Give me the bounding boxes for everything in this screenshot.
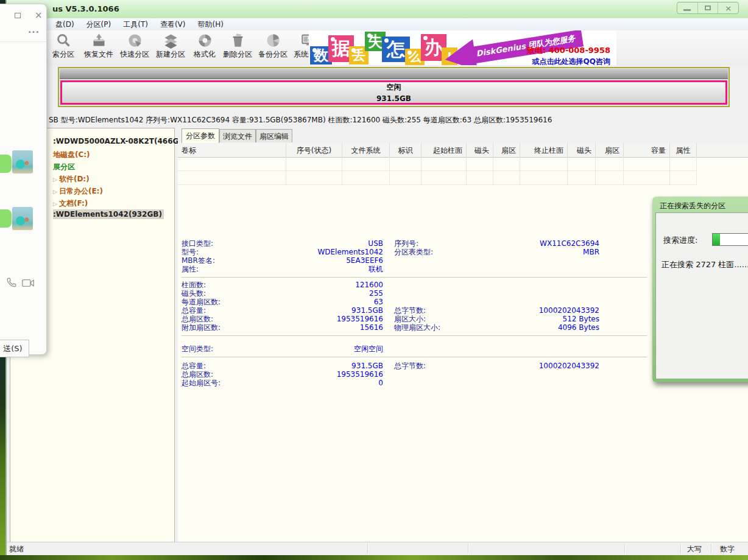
photo-avatar[interactable] xyxy=(12,150,33,173)
minimize-button[interactable] xyxy=(677,2,698,13)
desktop: us V5.3.0.1066 × 盘(D) 分区(P) 工具(T) 查看(V) … xyxy=(0,0,748,560)
table-row[interactable] xyxy=(178,171,748,185)
desktop-wallpaper-strip xyxy=(0,555,748,560)
phone-icon[interactable] xyxy=(6,277,17,288)
send-button[interactable]: 送(S) xyxy=(0,340,29,357)
col-sector1[interactable]: 扇区 xyxy=(493,143,520,157)
disk-frame: 空闲 931.5GB xyxy=(58,67,730,107)
photo-avatar[interactable] xyxy=(12,207,33,230)
tab-partition-params[interactable]: 分区参数 xyxy=(182,128,219,143)
ad-phone-number: 致电: 400-008-9958 xyxy=(527,45,610,56)
info-separator xyxy=(182,277,647,278)
caption-buttons: × xyxy=(677,2,739,14)
ad-qq-link[interactable]: 或点击此处选择QQ咨询 xyxy=(527,57,610,65)
col-id[interactable]: 标识 xyxy=(390,143,422,157)
table-header: 卷标 序号(状态) 文件系统 标识 起始柱面 磁头 扇区 终止柱面 磁头 扇区 … xyxy=(178,143,748,158)
col-capacity[interactable]: 容量 xyxy=(624,143,670,157)
progress-bar xyxy=(712,233,748,246)
desktop-wallpaper-strip xyxy=(0,355,5,555)
free-size: 931.5GB xyxy=(376,94,411,103)
tab-strip: 分区参数 浏览文件 扇区编辑 xyxy=(178,128,748,144)
partition-bar-panel: 空闲 931.5GB xyxy=(7,65,748,112)
ad-banner[interactable]: 数 据 丢 失 怎 么 办 ! DiskGenius 团队为您服务 致电: 40… xyxy=(309,30,616,65)
delete-partition-button[interactable]: 删除分区 xyxy=(220,32,255,64)
table-row[interactable] xyxy=(178,157,748,171)
maximize-button[interactable] xyxy=(698,2,719,13)
tree-expand-icon[interactable]: ▷ xyxy=(53,177,57,183)
search-icon xyxy=(55,32,72,49)
video-call-icon[interactable] xyxy=(22,278,34,288)
free-label: 空闲 xyxy=(387,82,401,93)
col-attribute[interactable]: 属性 xyxy=(670,143,697,157)
close-icon[interactable]: × xyxy=(35,10,43,21)
close-icon: × xyxy=(725,4,732,12)
trash-icon xyxy=(230,32,246,49)
status-ready: 就绪 xyxy=(9,544,24,555)
dialog-title[interactable]: 正在搜索丢失的分区 xyxy=(660,201,725,211)
info-separator xyxy=(182,335,647,336)
col-sector2[interactable]: 扇区 xyxy=(596,143,624,157)
status-numlock: 数字 xyxy=(720,544,735,555)
menu-disk[interactable]: 盘(D) xyxy=(49,18,80,31)
tab-browse-files[interactable]: 浏览文件 xyxy=(219,129,256,142)
disc-icon xyxy=(127,32,143,49)
quick-partition-button[interactable]: 快速分区 xyxy=(117,32,152,64)
menu-tools[interactable]: 工具(T) xyxy=(117,18,154,31)
recover-files-icon xyxy=(91,32,107,49)
tree-expand-icon[interactable]: ▷ xyxy=(53,201,57,207)
chat-overlay-window: × ··· 送(S) xyxy=(0,4,47,355)
title-bar[interactable]: us V5.3.0.1066 × xyxy=(7,0,748,18)
progress-label: 搜索进度: xyxy=(663,235,697,246)
col-head1[interactable]: 磁头 xyxy=(467,143,493,157)
disk0-bar[interactable] xyxy=(60,69,728,79)
menu-bar: 盘(D) 分区(P) 工具(T) 查看(V) 帮助(H) xyxy=(7,18,748,31)
chat-bubble xyxy=(0,209,12,228)
col-volume-label[interactable]: 卷标 xyxy=(178,143,286,157)
progress-fill xyxy=(713,234,720,245)
chat-bubble xyxy=(0,155,12,173)
disk-info-line: SB 型号:WDElements1042 序列号:WX11C62C3694 容量… xyxy=(7,112,748,128)
more-options-icon[interactable]: ··· xyxy=(28,27,40,37)
col-filesystem[interactable]: 文件系统 xyxy=(342,143,390,157)
tree-expand-icon[interactable]: ▷ xyxy=(53,189,57,195)
minimize-icon xyxy=(683,9,691,11)
divider xyxy=(0,41,46,42)
format-button[interactable]: 格式化 xyxy=(187,32,222,64)
tab-sector-edit[interactable]: 扇区编辑 xyxy=(256,129,292,142)
layers-icon xyxy=(163,32,179,49)
restore-icon[interactable] xyxy=(15,13,21,18)
menu-partition[interactable]: 分区(P) xyxy=(80,18,118,31)
format-icon xyxy=(197,32,213,49)
col-start-cylinder[interactable]: 起始柱面 xyxy=(422,143,467,157)
col-index-status[interactable]: 序号(状态) xyxy=(286,143,342,157)
recover-files-button[interactable]: 恢复文件 xyxy=(81,32,116,64)
maximize-icon xyxy=(705,5,711,10)
main-content: :WDWD5000AZLX-08K2T(466GB) 地磁盘(C:) 展分区 ▷… xyxy=(7,128,748,542)
menu-view[interactable]: 查看(V) xyxy=(154,18,192,31)
diskgenius-window: us V5.3.0.1066 × 盘(D) 分区(P) 工具(T) 查看(V) … xyxy=(5,0,748,555)
new-partition-button[interactable]: 新建分区 xyxy=(153,32,188,64)
search-partition-button[interactable]: 索分区 xyxy=(46,32,81,64)
arrow-tip-icon xyxy=(443,39,478,65)
info-separator xyxy=(182,357,647,357)
status-capslock: 大写 xyxy=(687,544,702,555)
backup-partition-button[interactable]: 备份分区 xyxy=(255,32,291,64)
col-end-cylinder[interactable]: 终止柱面 xyxy=(520,143,568,157)
close-button[interactable]: × xyxy=(718,2,738,13)
free-space-bar[interactable]: 空闲 931.5GB xyxy=(60,80,727,105)
window-title: us V5.3.0.1066 xyxy=(52,4,119,13)
search-status-text: 正在搜索 2727 柱面...... xyxy=(662,259,748,270)
status-bar: 就绪 大写 数字 xyxy=(7,542,748,555)
search-progress-dialog: 正在搜索丢失的分区 搜索进度: 正在搜索 2727 柱面...... xyxy=(652,197,748,382)
col-head2[interactable]: 磁头 xyxy=(568,143,596,157)
menu-help[interactable]: 帮助(H) xyxy=(192,18,230,31)
pie-icon xyxy=(265,32,281,49)
